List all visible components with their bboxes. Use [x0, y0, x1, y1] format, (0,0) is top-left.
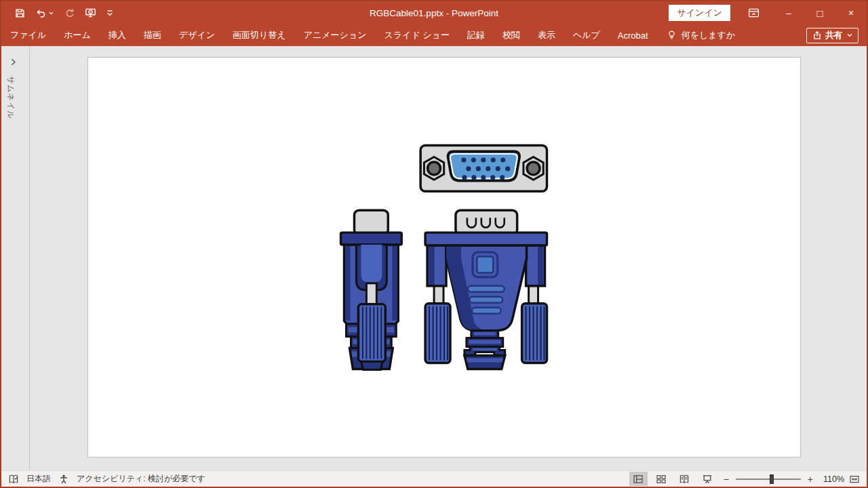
tab-acrobat[interactable]: Acrobat — [609, 24, 657, 46]
tell-me-label: 何をしますか — [682, 29, 736, 41]
tab-file[interactable]: ファイル — [1, 24, 55, 46]
tab-record[interactable]: 記録 — [458, 24, 494, 46]
status-bar-right: − + 110% — [629, 472, 867, 486]
tab-transitions[interactable]: 画面切り替え — [224, 24, 295, 46]
status-bar: 日本語 アクセシビリティ: 検討が必要です — [1, 470, 867, 487]
tab-slideshow[interactable]: スライド ショー — [375, 24, 458, 46]
customize-toolbar-icon — [106, 9, 113, 16]
undo-button[interactable] — [35, 8, 54, 18]
tab-home[interactable]: ホーム — [55, 24, 100, 46]
zoom-slider-track[interactable] — [736, 479, 801, 480]
share-icon — [812, 30, 822, 40]
start-slideshow-icon — [85, 7, 96, 18]
slide-canvas[interactable] — [87, 57, 801, 458]
minimize-button[interactable]: – — [773, 1, 804, 24]
window-title: RGBCable01.pptx - PowerPoint — [370, 1, 498, 24]
slide-illustration — [88, 58, 800, 457]
tab-view[interactable]: 表示 — [529, 24, 564, 46]
share-label: 共有 — [825, 30, 842, 41]
tab-design[interactable]: デザイン — [170, 24, 224, 46]
tab-insert[interactable]: 挿入 — [100, 24, 135, 46]
save-icon — [15, 8, 25, 18]
zoom-out-button[interactable]: − — [722, 474, 731, 485]
slide-sorter-icon — [656, 474, 667, 485]
title-bar: RGBCable01.pptx - PowerPoint サインイン – □ × — [1, 1, 867, 24]
workspace: サムネイル — [1, 46, 867, 470]
share-button[interactable]: 共有 — [806, 28, 859, 43]
tab-review[interactable]: 校閲 — [494, 24, 529, 46]
view-button-normal[interactable] — [629, 472, 648, 486]
normal-view-icon — [633, 474, 644, 485]
titlebar-right-controls: サインイン – □ × — [669, 1, 867, 24]
redo-button — [64, 7, 75, 18]
tab-draw[interactable]: 描画 — [135, 24, 170, 46]
zoom-in-button[interactable]: + — [806, 474, 815, 485]
tell-me-button[interactable]: 何をしますか — [667, 29, 736, 41]
sign-in-button[interactable]: サインイン — [669, 5, 730, 21]
thumbnail-pane-collapsed[interactable]: サムネイル — [1, 46, 30, 470]
ribbon-tab-bar: ファイル ホーム 挿入 描画 デザイン 画面切り替え アニメーション スライド … — [1, 24, 867, 46]
start-slideshow-button[interactable] — [85, 7, 96, 18]
undo-dropdown-chevron-icon[interactable] — [49, 12, 54, 15]
zoom-slider-handle[interactable] — [770, 474, 774, 484]
lightbulb-icon — [667, 30, 677, 41]
redo-icon — [64, 7, 75, 18]
undo-icon — [35, 8, 47, 18]
maximize-button[interactable]: □ — [804, 1, 835, 24]
tab-help[interactable]: ヘルプ — [564, 24, 609, 46]
vga-connector-side-view[interactable] — [341, 210, 402, 369]
language-indicator[interactable]: 日本語 — [26, 473, 51, 485]
reading-view-icon — [679, 474, 690, 485]
close-button[interactable]: × — [835, 1, 867, 24]
view-button-slideshow[interactable] — [698, 472, 717, 486]
quick-access-toolbar — [1, 7, 113, 18]
ribbon-display-options-icon — [748, 7, 760, 18]
slideshow-view-icon — [702, 474, 713, 485]
vga-port-front-view[interactable] — [420, 146, 547, 192]
customize-quick-access-toolbar-button[interactable] — [106, 9, 113, 16]
accessibility-status[interactable]: アクセシビリティ: 検討が必要です — [77, 473, 205, 485]
vga-connector-back-view[interactable] — [425, 210, 547, 369]
view-button-reading[interactable] — [675, 472, 694, 486]
powerpoint-window: RGBCable01.pptx - PowerPoint サインイン – □ ×… — [0, 0, 868, 488]
proofing-status-icon[interactable] — [8, 474, 19, 485]
thumbnail-pane-label: サムネイル — [5, 76, 16, 119]
ribbon-display-options-button[interactable] — [748, 7, 760, 18]
expand-thumbnails-chevron-icon[interactable] — [11, 58, 16, 66]
zoom-level[interactable]: 110% — [820, 474, 844, 484]
fit-slide-to-window-button[interactable] — [849, 474, 860, 485]
save-button[interactable] — [15, 8, 25, 18]
tab-animations[interactable]: アニメーション — [295, 24, 376, 46]
zoom-slider[interactable] — [736, 474, 801, 485]
share-dropdown-chevron-icon — [847, 33, 852, 37]
view-button-slide-sorter[interactable] — [652, 472, 671, 486]
status-bar-left: 日本語 アクセシビリティ: 検討が必要です — [1, 473, 205, 485]
accessibility-icon[interactable] — [58, 474, 69, 485]
